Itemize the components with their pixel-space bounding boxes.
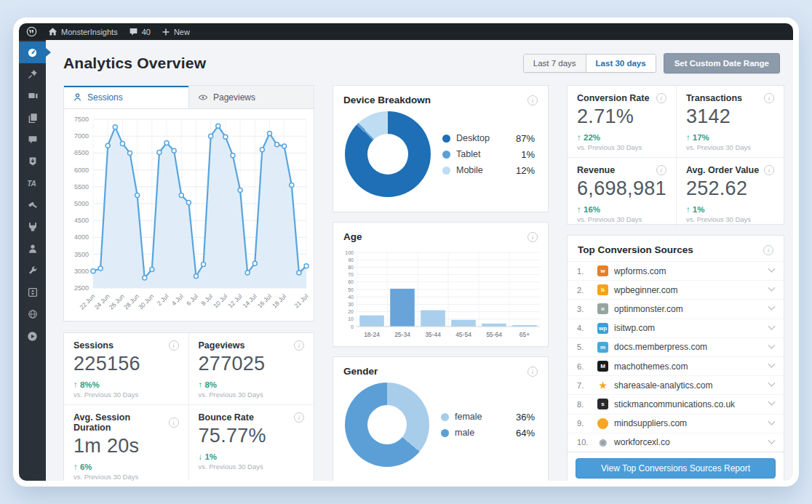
last-7-days-button[interactable]: Last 7 days [524, 55, 586, 72]
info-icon[interactable] [294, 412, 304, 423]
chevron-down-icon[interactable] [768, 380, 776, 387]
pin-icon [28, 69, 38, 79]
source-row[interactable]: 8.sstickmancommunications.co.uk [568, 394, 784, 413]
source-row[interactable]: 3.ooptinmonster.com [568, 299, 784, 318]
person-icon [73, 92, 82, 102]
sidebar-item-dashboard[interactable] [19, 41, 46, 63]
chevron-down-icon[interactable] [768, 322, 776, 329]
svg-text:4500: 4500 [74, 217, 89, 224]
sidebar-item-users[interactable] [19, 238, 46, 260]
svg-text:28 Jun: 28 Jun [122, 292, 140, 311]
source-row[interactable]: 5.mdocs.memberpress.com [568, 337, 784, 356]
info-icon[interactable] [656, 165, 666, 175]
wordpress-logo-icon[interactable] [26, 26, 37, 37]
sidebar-item-ta-plugin[interactable]: TA [19, 172, 46, 194]
svg-text:6 Jul: 6 Jul [185, 292, 199, 307]
info-icon[interactable] [294, 340, 304, 351]
device-breakdown-card: Device Breakdown Desktop87%Tablet1%Mobil… [333, 85, 549, 212]
svg-text:7000: 7000 [74, 132, 89, 140]
legend-dot [441, 413, 449, 421]
last-30-days-button[interactable]: Last 30 days [586, 55, 656, 72]
info-icon[interactable] [764, 165, 774, 175]
source-row[interactable]: 9.mindsuppliers.com [568, 414, 784, 433]
play-icon [27, 331, 38, 342]
legend-item: female36% [441, 412, 535, 423]
info-icon[interactable] [169, 417, 179, 428]
source-domain: shareasale-analytics.com [614, 380, 712, 391]
source-row[interactable]: 4.wpisitwp.com [568, 319, 784, 337]
svg-text:80: 80 [348, 265, 354, 270]
source-rank: 6. [577, 362, 592, 371]
info-icon[interactable] [528, 232, 538, 242]
chevron-down-icon[interactable] [768, 265, 776, 273]
sidebar-item-posts[interactable] [19, 63, 46, 85]
chevron-down-icon[interactable] [768, 399, 776, 406]
svg-text:18-24: 18-24 [364, 331, 380, 338]
new-label: New [174, 28, 190, 36]
chevron-down-icon[interactable] [768, 361, 776, 368]
info-icon[interactable] [764, 93, 774, 103]
chevron-down-icon[interactable] [768, 284, 776, 292]
arrow-up-icon: ↑ [577, 205, 584, 214]
source-row[interactable]: 7.★shareasale-analytics.com [568, 375, 784, 394]
source-row[interactable]: 1.wwpforms.com [568, 261, 784, 280]
kpi-comparison-note: vs. Previous 30 Days [686, 215, 774, 223]
svg-text:26 Jun: 26 Jun [108, 292, 126, 311]
ta-icon: TA [26, 178, 39, 188]
kpi-change-value: 1% [204, 452, 217, 461]
source-row[interactable]: 6.Mmachothemes.com [568, 356, 784, 375]
kpi-comparison-note: vs. Previous 30 Days [73, 473, 179, 481]
source-row[interactable]: 2.bwpbeginner.com [568, 280, 784, 299]
source-domain: docs.memberpress.com [614, 342, 707, 352]
legend-value: 64% [516, 428, 535, 439]
page-header: Analytics Overview Last 7 days Last 30 d… [56, 49, 784, 85]
info-icon[interactable] [528, 367, 538, 377]
page-title: Analytics Overview [63, 55, 206, 72]
svg-text:35-44: 35-44 [425, 331, 441, 338]
sidebar-item-pages[interactable] [19, 107, 46, 129]
tab-pageviews[interactable]: Pageviews [189, 86, 314, 108]
svg-text:30 Jun: 30 Jun [137, 292, 155, 311]
svg-text:3500: 3500 [74, 251, 89, 258]
arrow-up-icon: ↑ [577, 133, 584, 142]
sidebar-item-tools[interactable] [19, 260, 46, 281]
sidebar-item-network[interactable] [19, 303, 46, 325]
info-icon[interactable] [656, 93, 666, 103]
chevron-down-icon[interactable] [768, 342, 776, 349]
new-content-link[interactable]: New [162, 28, 190, 36]
sidebar-item-video[interactable] [19, 325, 46, 347]
sidebar-item-comments[interactable] [19, 129, 46, 151]
info-icon[interactable] [763, 245, 773, 255]
source-domain: machothemes.com [614, 361, 688, 372]
comments-link[interactable]: 40 [129, 27, 151, 36]
sidebar-item-appearance[interactable] [19, 194, 46, 216]
kpi-change: ↑ 17% [686, 133, 774, 142]
sidebar-item-downloads[interactable] [19, 151, 46, 172]
comment-bubble-icon [129, 27, 138, 36]
chevron-down-icon[interactable] [768, 437, 776, 444]
site-link[interactable]: MonsterInsights [48, 27, 118, 36]
sidebar-item-media[interactable] [19, 85, 46, 107]
set-custom-date-range-button[interactable]: Set Custom Date Range [664, 53, 780, 73]
kpi-comparison-note: vs. Previous 30 Days [199, 463, 305, 471]
kpi-change: ↑ 16% [577, 205, 666, 214]
source-rank: 3. [577, 305, 592, 313]
info-icon[interactable] [169, 340, 179, 351]
source-favicon-icon: m [597, 342, 608, 353]
chevron-down-icon[interactable] [768, 303, 776, 311]
kpi-comparison-note: vs. Previous 30 Days [199, 391, 305, 399]
legend-label: Mobile [456, 165, 483, 175]
plug-icon [28, 222, 38, 232]
source-favicon-icon: o [597, 303, 608, 314]
sidebar-item-settings[interactable] [19, 281, 46, 303]
sidebar-item-plugins[interactable] [19, 216, 46, 238]
svg-text:14 Jul: 14 Jul [242, 292, 258, 309]
chevron-down-icon[interactable] [768, 417, 776, 425]
kpi-card: Avg. Session Duration1m 20s↑ 6%vs. Previ… [64, 405, 189, 481]
view-top-conversions-report-button[interactable]: View Top Conversions Sources Report [576, 458, 776, 479]
info-icon[interactable] [528, 95, 538, 105]
tab-sessions[interactable]: Sessions [64, 86, 189, 108]
legend-value: 12% [516, 165, 535, 176]
source-row[interactable]: 10.◉workforcexl.co [568, 433, 784, 452]
main-content: Analytics Overview Last 7 days Last 30 d… [46, 40, 793, 481]
